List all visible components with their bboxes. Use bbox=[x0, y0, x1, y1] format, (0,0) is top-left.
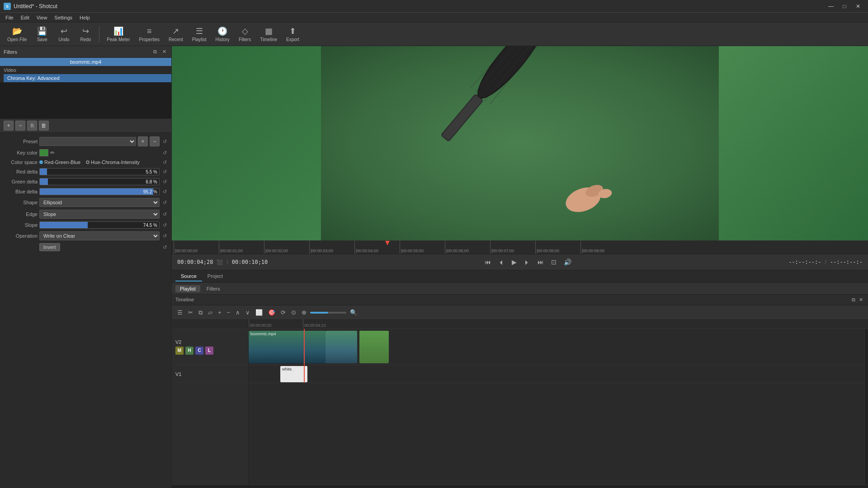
redo-button[interactable]: ↪ Redo bbox=[75, 24, 95, 44]
edge-dropdown[interactable]: Slope bbox=[39, 210, 160, 219]
clip-green-1[interactable] bbox=[359, 331, 389, 363]
timecode-spinner[interactable]: ⬛ bbox=[217, 259, 223, 265]
clip-boommic-2[interactable] bbox=[326, 331, 357, 363]
tl-snap-button[interactable]: 🎯 bbox=[266, 308, 277, 317]
save-button[interactable]: 💾 Save bbox=[32, 24, 52, 44]
properties-icon: ≡ bbox=[147, 27, 152, 36]
vertical-scrollbar[interactable] bbox=[864, 329, 868, 484]
next-frame-button[interactable]: ⏵ bbox=[522, 258, 532, 267]
menu-view[interactable]: View bbox=[33, 14, 51, 21]
playlist-tab[interactable]: Playlist bbox=[175, 285, 200, 292]
red-delta-reset-button[interactable]: ↺ bbox=[161, 169, 168, 175]
tl-menu-button[interactable]: ☰ bbox=[175, 308, 184, 317]
filter-remove-button[interactable]: − bbox=[15, 121, 25, 131]
green-delta-reset-button[interactable]: ↺ bbox=[161, 178, 168, 185]
filters-tab[interactable]: Filters bbox=[202, 285, 225, 292]
tl-ripple-button[interactable]: ⟳ bbox=[279, 308, 288, 317]
volume-button[interactable]: 🔊 bbox=[562, 258, 573, 267]
radio-rgb[interactable]: Red-Green-Blue bbox=[39, 160, 80, 165]
panel-close-button[interactable]: ✕ bbox=[160, 48, 168, 56]
tl-up-button[interactable]: ∧ bbox=[234, 308, 242, 317]
clip-white-1[interactable]: white. bbox=[280, 366, 307, 382]
preset-remove-button[interactable]: − bbox=[150, 136, 160, 146]
invert-reset-button[interactable]: ↺ bbox=[161, 244, 168, 250]
minimize-button[interactable]: — bbox=[825, 2, 837, 11]
filter-list-area bbox=[0, 82, 171, 118]
filter-copy-button[interactable]: ⎘ bbox=[27, 121, 37, 131]
properties-button[interactable]: ≡ Properties bbox=[136, 25, 164, 44]
invert-button[interactable]: Invert bbox=[39, 243, 60, 251]
tl-add-button[interactable]: + bbox=[216, 308, 223, 317]
tl-copy-button[interactable]: ⧉ bbox=[197, 308, 204, 317]
timeline-float-button[interactable]: ⧉ bbox=[850, 296, 857, 304]
menu-settings[interactable]: Settings bbox=[51, 14, 76, 21]
red-delta-slider[interactable]: 5.5 % bbox=[39, 168, 160, 175]
open-file-button[interactable]: 📂 Open File bbox=[4, 24, 30, 44]
filter-chroma-key[interactable]: Chroma Key: Advanced bbox=[4, 74, 171, 82]
slope-slider[interactable]: 74.5 % bbox=[39, 221, 160, 229]
radio-hci[interactable]: Hue-Chroma-Intensity bbox=[86, 160, 140, 165]
play-button[interactable]: ▶ bbox=[510, 258, 519, 267]
project-tab[interactable]: Project bbox=[202, 272, 228, 282]
green-delta-slider[interactable]: 6.8 % bbox=[39, 178, 160, 185]
filters-button[interactable]: ◇ Filters bbox=[235, 24, 255, 44]
track-header-v2: V2 M H C L bbox=[172, 329, 248, 365]
tl-down-button[interactable]: ∨ bbox=[244, 308, 252, 317]
key-color-swatch[interactable] bbox=[39, 149, 48, 156]
track-mute-v2[interactable]: M bbox=[175, 347, 184, 355]
slope-reset-button[interactable]: ↺ bbox=[161, 222, 168, 228]
undo-button[interactable]: ↩ Undo bbox=[54, 24, 74, 44]
blue-delta-slider[interactable]: 95.2 % bbox=[39, 188, 160, 195]
tl-zoom-slider[interactable] bbox=[310, 312, 346, 314]
shape-dropdown[interactable]: Ellipsoid bbox=[39, 198, 160, 207]
tl-zoom-timeline-button[interactable]: ⊕ bbox=[300, 308, 308, 317]
export-button[interactable]: ⬆ Export bbox=[283, 24, 303, 44]
menu-file[interactable]: File bbox=[2, 14, 17, 21]
go-end-button[interactable]: ⏭ bbox=[536, 258, 546, 267]
preset-reset-button[interactable]: ↺ bbox=[161, 138, 168, 145]
toggle-play-button[interactable]: ⊡ bbox=[549, 258, 558, 267]
tl-select-button[interactable]: ⬜ bbox=[254, 308, 264, 317]
panel-float-button[interactable]: ⧉ bbox=[151, 48, 159, 56]
track-hide-v2[interactable]: H bbox=[185, 347, 193, 355]
tl-paste-button[interactable]: ▱ bbox=[206, 308, 214, 317]
clip-label-white: white. bbox=[282, 367, 293, 371]
preset-dropdown[interactable] bbox=[39, 137, 136, 146]
timeline-button[interactable]: ▦ Timeline bbox=[257, 24, 281, 44]
shape-reset-button[interactable]: ↺ bbox=[161, 199, 168, 206]
peak-meter-button[interactable]: 📊 Peak Meter bbox=[103, 24, 133, 44]
timeline-close-button[interactable]: ✕ bbox=[857, 296, 864, 304]
source-tab[interactable]: Source bbox=[175, 272, 202, 282]
recent-button[interactable]: ↗ Recent bbox=[165, 24, 187, 44]
playlist-button[interactable]: ☰ Playlist bbox=[189, 24, 210, 44]
preview-svg bbox=[172, 46, 868, 240]
operation-dropdown[interactable]: Write on Clear bbox=[39, 231, 160, 240]
close-button[interactable]: ✕ bbox=[852, 2, 864, 11]
track-lock-v2[interactable]: L bbox=[205, 347, 213, 355]
key-color-reset-button[interactable]: ↺ bbox=[161, 150, 168, 156]
blue-delta-reset-button[interactable]: ↺ bbox=[161, 188, 168, 195]
menu-bar: File Edit View Settings Help bbox=[0, 13, 868, 23]
history-button[interactable]: 🕐 History bbox=[212, 24, 233, 44]
horizontal-scrollbar[interactable] bbox=[172, 484, 868, 488]
tl-remove-button[interactable]: − bbox=[225, 308, 232, 317]
menu-edit[interactable]: Edit bbox=[17, 14, 33, 21]
filter-add-button[interactable]: + bbox=[4, 121, 14, 131]
operation-reset-button[interactable]: ↺ bbox=[161, 233, 168, 239]
red-delta-fill bbox=[40, 169, 47, 175]
eyedropper-button[interactable]: ✏ bbox=[50, 150, 55, 156]
tl-zoom-fit-button[interactable]: 🔍 bbox=[348, 308, 359, 317]
tl-cut-button[interactable]: ✂ bbox=[186, 308, 195, 317]
go-start-button[interactable]: ⏮ bbox=[483, 258, 493, 267]
track-composite-v2[interactable]: C bbox=[195, 347, 203, 355]
tl-ripple-all-button[interactable]: ⊙ bbox=[289, 308, 298, 317]
filter-delete-button[interactable]: 🗑 bbox=[39, 121, 49, 131]
clip-boommic-1[interactable]: boommic.mp4 bbox=[249, 331, 326, 363]
maximize-button[interactable]: □ bbox=[838, 2, 851, 11]
preset-add-button[interactable]: + bbox=[138, 136, 148, 146]
color-space-reset-button[interactable]: ↺ bbox=[161, 159, 168, 165]
menu-help[interactable]: Help bbox=[76, 14, 94, 21]
prev-frame-button[interactable]: ⏴ bbox=[496, 258, 506, 267]
tracks-ruler-marks: 00:00:00;00 00:00:04;13 bbox=[249, 320, 868, 328]
edge-reset-button[interactable]: ↺ bbox=[161, 211, 168, 217]
